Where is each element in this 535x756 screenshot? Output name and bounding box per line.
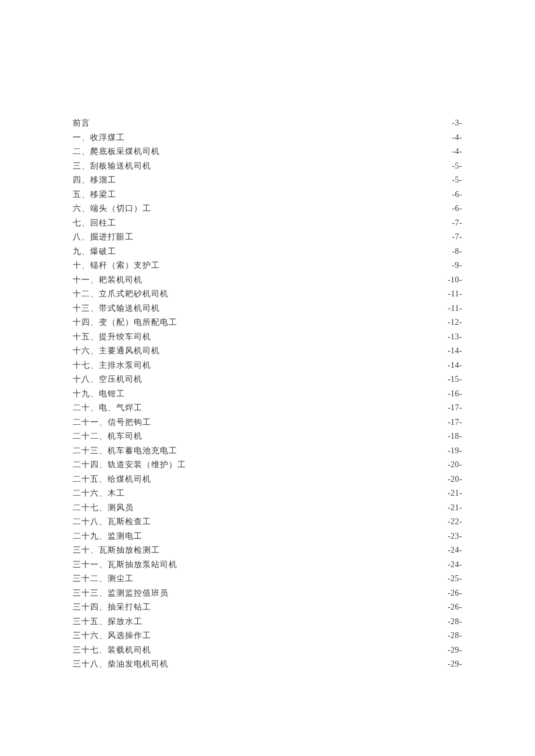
toc-label: 十九、电钳工 <box>73 387 125 402</box>
toc-label: 三十八、柴油发电机司机 <box>73 657 169 672</box>
toc-entry: 一、收浮煤工-4- <box>73 131 462 145</box>
toc-label: 三十七、装载机司机 <box>73 643 151 658</box>
toc-entry: 八、掘进打眼工-7- <box>73 230 462 245</box>
toc-label: 七、回柱工 <box>73 216 116 231</box>
toc-leader-dots <box>144 402 447 410</box>
toc-page-number: -11- <box>448 287 462 302</box>
toc-entry: 九、爆破工-8- <box>73 245 462 259</box>
toc-entry: 二十三、机车蓄电池充电工-19- <box>73 444 462 458</box>
toc-leader-dots <box>135 573 447 581</box>
toc-label: 二十五、给煤机司机 <box>73 472 151 487</box>
toc-entry: 二十、电、气焊工-17- <box>73 401 462 415</box>
toc-label: 三十、瓦斯抽放检测工 <box>73 543 160 558</box>
toc-page-number: -5- <box>452 173 462 188</box>
toc-entry: 五、移梁工-6- <box>73 188 462 202</box>
toc-page-number: -26- <box>448 586 462 601</box>
toc-leader-dots <box>179 317 447 325</box>
toc-page-number: -19- <box>448 444 462 458</box>
toc-page-number: -26- <box>448 600 462 615</box>
toc-page-number: -5- <box>452 159 462 174</box>
toc-page-number: -29- <box>448 643 462 658</box>
toc-label: 十三、带式输送机司机 <box>73 302 160 316</box>
toc-page-number: -3- <box>452 116 462 131</box>
toc-label: 三十三、监测监控值班员 <box>73 586 169 601</box>
toc-page-number: -12- <box>448 316 462 330</box>
toc-entry: 三十八、柴油发电机司机-29- <box>73 657 462 672</box>
toc-leader-dots <box>144 274 447 282</box>
toc-page-number: -4- <box>452 145 462 159</box>
toc-page-number: -16- <box>448 387 462 402</box>
toc-label: 二十九、监测电工 <box>73 529 142 544</box>
toc-label: 三十四、抽采打钻工 <box>73 600 151 615</box>
toc-page-number: -24- <box>448 558 462 572</box>
toc-leader-dots <box>117 189 451 197</box>
toc-leader-dots <box>144 431 447 439</box>
toc-leader-dots <box>152 630 447 638</box>
toc-leader-dots <box>152 417 447 425</box>
toc-entry: 十、锚杆（索）支护工-9- <box>73 259 462 273</box>
toc-leader-dots <box>161 260 451 268</box>
toc-label: 三十五、探放水工 <box>73 615 142 629</box>
toc-page-number: -20- <box>448 472 462 487</box>
toc-leader-dots <box>144 374 447 382</box>
toc-page-number: -20- <box>448 458 462 472</box>
toc-leader-dots <box>135 502 447 510</box>
toc-leader-dots <box>170 658 447 667</box>
toc-leader-dots <box>152 360 447 368</box>
toc-label: 十六、主要通风机司机 <box>73 344 160 359</box>
toc-leader-dots <box>126 388 447 396</box>
toc-page-number: -10- <box>448 273 462 288</box>
toc-leader-dots <box>126 132 451 140</box>
toc-leader-dots <box>161 544 447 553</box>
toc-label: 十五、提升绞车司机 <box>73 330 151 345</box>
toc-label: 十七、主排水泵司机 <box>73 359 151 373</box>
toc-page-number: -21- <box>448 486 462 501</box>
toc-leader-dots <box>187 459 447 467</box>
toc-entry: 六、端头（切口）工-6- <box>73 202 462 216</box>
toc-label: 前言 <box>73 116 90 131</box>
toc-page-number: -6- <box>452 202 462 216</box>
toc-label: 二十八、瓦斯检查工 <box>73 515 151 529</box>
toc-page-number: -14- <box>448 359 462 373</box>
toc-label: 八、掘进打眼工 <box>73 230 134 245</box>
toc-leader-dots <box>126 488 447 496</box>
toc-label: 二十三、机车蓄电池充电工 <box>73 444 177 458</box>
toc-page-number: -21- <box>448 501 462 515</box>
toc-label: 四、移溜工 <box>73 173 116 188</box>
toc-leader-dots <box>117 246 451 254</box>
toc-entry: 十二、立爪式耙砂机司机-11- <box>73 287 462 302</box>
toc-label: 十一、耙装机司机 <box>73 273 142 288</box>
toc-label: 二十七、测风员 <box>73 501 134 515</box>
toc-leader-dots <box>91 117 451 126</box>
toc-entry: 三十二、测尘工-25- <box>73 572 462 586</box>
toc-label: 三十二、测尘工 <box>73 572 134 586</box>
toc-leader-dots <box>179 445 447 453</box>
toc-page-number: -22- <box>448 515 462 529</box>
toc-entry: 三十七、装载机司机-29- <box>73 643 462 658</box>
toc-leader-dots <box>152 644 447 653</box>
toc-leader-dots <box>144 531 447 539</box>
toc-page-number: -28- <box>448 629 462 643</box>
toc-entry: 前言-3- <box>73 116 462 131</box>
toc-leader-dots <box>152 474 447 482</box>
toc-entry: 十四、变（配）电所配电工-12- <box>73 316 462 330</box>
toc-page-number: -6- <box>452 188 462 202</box>
toc-page-number: -9- <box>452 259 462 273</box>
toc-entry: 十六、主要通风机司机-14- <box>73 344 462 359</box>
toc-page-number: -8- <box>452 245 462 259</box>
toc-page-number: -15- <box>448 372 462 387</box>
toc-label: 三、刮板输送机司机 <box>73 159 151 174</box>
toc-entry: 三、刮板输送机司机-5- <box>73 159 462 174</box>
toc-label: 二、爬底板采煤机司机 <box>73 145 160 159</box>
toc-page-number: -7- <box>452 216 462 231</box>
toc-leader-dots <box>152 516 447 524</box>
toc-entry: 二十五、给煤机司机-20- <box>73 472 462 487</box>
toc-label: 十八、空压机司机 <box>73 372 142 387</box>
toc-label: 十二、立爪式耙砂机司机 <box>73 287 169 302</box>
toc-page-number: -17- <box>448 401 462 415</box>
toc-entry: 三十三、监测监控值班员-26- <box>73 586 462 601</box>
table-of-contents: 前言-3-一、收浮煤工-4-二、爬底板采煤机司机-4-三、刮板输送机司机-5-四… <box>73 116 462 672</box>
toc-entry: 三十四、抽采打钻工-26- <box>73 600 462 615</box>
toc-label: 二十六、木工 <box>73 486 125 501</box>
toc-label: 二十四、轨道安装（维护）工 <box>73 458 186 472</box>
